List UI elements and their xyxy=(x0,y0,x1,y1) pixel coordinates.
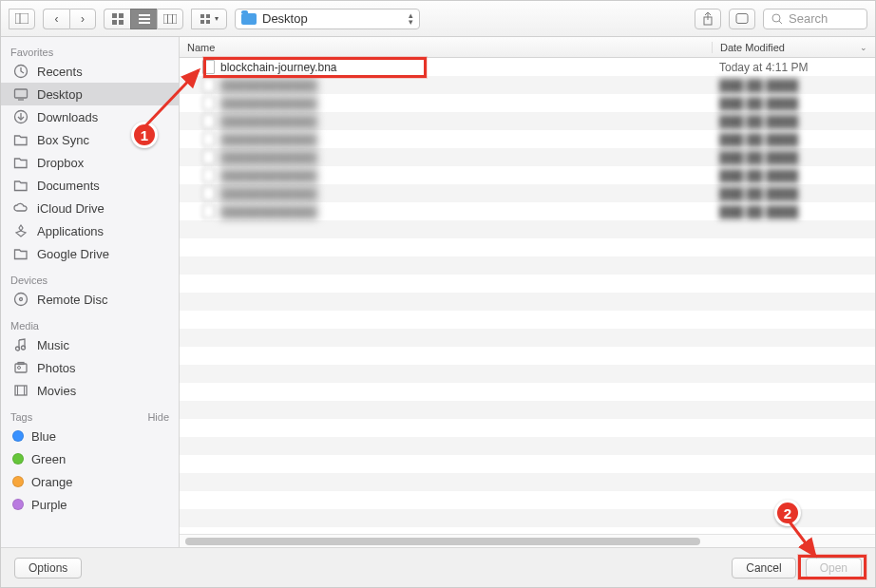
file-date-blurred: ███ ██ ████ xyxy=(712,187,875,200)
svg-rect-31 xyxy=(15,364,27,372)
search-icon xyxy=(771,13,783,25)
downloads-icon xyxy=(12,109,29,124)
folder-icon xyxy=(12,246,29,261)
file-date-blurred: ███ ██ ████ xyxy=(712,79,875,92)
table-row[interactable]: ███████████████ ██ ████ xyxy=(180,94,875,112)
table-row[interactable]: ███████████████ ██ ████ xyxy=(180,202,875,220)
clock-icon xyxy=(12,64,29,79)
forward-button[interactable]: › xyxy=(69,9,96,29)
sidebar-item-tag-purple[interactable]: Purple xyxy=(1,493,179,516)
table-row[interactable]: blockchain-journey.bnaToday at 4:11 PM xyxy=(180,58,875,76)
disc-icon xyxy=(12,292,29,307)
svg-point-19 xyxy=(772,14,780,22)
finder-open-dialog: ‹ › ▾ Desktop ▴▾ xyxy=(0,0,876,588)
table-row[interactable]: ███████████████ ██ ████ xyxy=(180,148,875,166)
sidebar-item-photos[interactable]: Photos xyxy=(1,356,179,379)
content-area: Favorites Recents Desktop Downloads Box … xyxy=(1,37,875,547)
svg-line-20 xyxy=(779,21,782,24)
arrange-button[interactable]: ▾ xyxy=(191,9,227,29)
tag-dot-icon xyxy=(12,476,24,487)
sidebar-item-tag-blue[interactable]: Blue xyxy=(1,425,179,447)
tag-dot-icon xyxy=(12,499,24,510)
table-row[interactable]: ███████████████ ██ ████ xyxy=(180,130,875,148)
sidebar-item-boxsync[interactable]: Box Sync xyxy=(1,128,179,151)
column-view-button[interactable] xyxy=(157,9,183,29)
column-header-name[interactable]: Name xyxy=(180,42,712,53)
list-view-button[interactable] xyxy=(130,9,157,29)
file-icon xyxy=(202,168,215,182)
table-row xyxy=(180,401,875,419)
file-icon xyxy=(202,96,215,110)
file-icon xyxy=(202,204,215,218)
svg-rect-9 xyxy=(163,14,177,24)
share-button[interactable] xyxy=(695,9,721,29)
arrange-group: ▾ xyxy=(191,9,227,29)
file-date: Today at 4:11 PM xyxy=(712,61,875,74)
sidebar-item-tag-green[interactable]: Green xyxy=(1,447,179,470)
svg-rect-0 xyxy=(15,13,29,24)
sidebar-item-dropbox[interactable]: Dropbox xyxy=(1,151,179,174)
options-button[interactable]: Options xyxy=(14,558,82,579)
table-row xyxy=(180,275,875,293)
sidebar-item-documents[interactable]: Documents xyxy=(1,174,179,197)
svg-rect-3 xyxy=(119,13,124,18)
sidebar-item-applications[interactable]: Applications xyxy=(1,219,179,242)
table-row[interactable]: ███████████████ ██ ████ xyxy=(180,112,875,130)
table-row xyxy=(180,383,875,401)
table-row xyxy=(180,365,875,383)
svg-point-29 xyxy=(22,346,26,350)
tags-hide-button[interactable]: Hide xyxy=(147,411,169,423)
open-button[interactable]: Open xyxy=(806,558,862,579)
sidebar-header-tags: Tags Hide xyxy=(1,408,179,425)
music-icon xyxy=(12,337,29,352)
desktop-icon xyxy=(12,86,29,102)
svg-rect-12 xyxy=(200,14,204,18)
file-date-blurred: ███ ██ ████ xyxy=(712,169,875,182)
icon-view-button[interactable] xyxy=(104,9,130,29)
svg-rect-15 xyxy=(206,20,210,24)
svg-point-32 xyxy=(18,367,21,370)
table-row xyxy=(180,311,875,329)
applications-icon xyxy=(12,223,29,238)
folder-icon xyxy=(241,13,257,25)
sidebar-item-icloud[interactable]: iCloud Drive xyxy=(1,197,179,219)
folder-icon xyxy=(12,178,29,193)
sidebar-item-tag-orange[interactable]: Orange xyxy=(1,470,179,493)
file-list-pane: Name Date Modified ⌄ blockchain-journey.… xyxy=(180,37,875,547)
file-name-blurred: ████████████ xyxy=(220,151,317,164)
horizontal-scrollbar[interactable] xyxy=(180,534,875,547)
tags-button[interactable] xyxy=(729,9,755,29)
sidebar-item-desktop[interactable]: Desktop xyxy=(1,83,179,105)
sidebar-item-remotedisc[interactable]: Remote Disc xyxy=(1,288,179,311)
table-row xyxy=(180,527,875,534)
table-row xyxy=(180,473,875,491)
table-row[interactable]: ███████████████ ██ ████ xyxy=(180,76,875,94)
sidebar-toggle-button[interactable] xyxy=(9,9,35,29)
svg-point-27 xyxy=(20,298,23,301)
column-headers: Name Date Modified ⌄ xyxy=(180,37,875,58)
back-button[interactable]: ‹ xyxy=(43,9,69,29)
sidebar-header-devices: Devices xyxy=(1,271,179,288)
sidebar: Favorites Recents Desktop Downloads Box … xyxy=(1,37,180,547)
search-field[interactable]: Search xyxy=(763,9,867,29)
file-name-blurred: ████████████ xyxy=(220,169,317,182)
folder-icon xyxy=(12,155,29,170)
file-name: blockchain-journey.bna xyxy=(220,61,337,74)
file-rows[interactable]: blockchain-journey.bnaToday at 4:11 PM██… xyxy=(180,58,875,534)
svg-rect-34 xyxy=(15,386,27,395)
table-row[interactable]: ███████████████ ██ ████ xyxy=(180,184,875,202)
popup-arrows-icon: ▴▾ xyxy=(409,12,413,26)
sidebar-item-googledrive[interactable]: Google Drive xyxy=(1,242,179,265)
file-icon xyxy=(202,132,215,146)
column-header-date[interactable]: Date Modified ⌄ xyxy=(712,42,875,53)
sidebar-item-music[interactable]: Music xyxy=(1,333,179,356)
sidebar-item-recents[interactable]: Recents xyxy=(1,60,179,83)
sidebar-item-movies[interactable]: Movies xyxy=(1,379,179,402)
sidebar-header-favorites: Favorites xyxy=(1,43,179,60)
scrollbar-thumb[interactable] xyxy=(185,538,700,545)
sidebar-item-downloads[interactable]: Downloads xyxy=(1,105,179,128)
cancel-button[interactable]: Cancel xyxy=(732,558,795,579)
path-popup[interactable]: Desktop ▴▾ xyxy=(235,9,420,29)
folder-icon xyxy=(12,132,29,147)
table-row[interactable]: ███████████████ ██ ████ xyxy=(180,166,875,184)
